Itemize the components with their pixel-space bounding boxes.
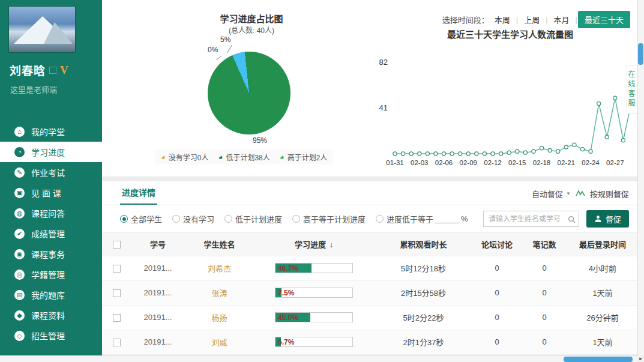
sidebar-item-study-progress[interactable]: ◔学习进度: [0, 142, 102, 162]
progress-value: 46.7%: [278, 264, 298, 273]
row-checkbox[interactable]: [113, 339, 121, 346]
auto-remind-dropdown[interactable]: 自动督促 ▼: [532, 188, 571, 199]
sidebar-item-label: 学习进度: [31, 146, 65, 158]
course-qa-icon: ◍: [14, 208, 25, 219]
data-point: [401, 152, 405, 155]
vip-badge: V: [60, 64, 68, 77]
auto-remind-label: 自动督促: [532, 188, 563, 199]
watch-time-cell: 5时12分18秒: [374, 256, 473, 280]
tab-bar: 进度详情 自动督促 ▼ 按规则督促: [102, 181, 637, 205]
sidebar-item-enrollment[interactable]: ◇招生管理: [0, 325, 102, 346]
remind-button[interactable]: 督促: [586, 210, 629, 228]
filter-radio-4[interactable]: 高于等于计划进度: [292, 213, 366, 225]
sidebar-item-label: 招生管理: [31, 330, 65, 342]
x-axis-label: 02-21: [558, 159, 575, 166]
data-point: [466, 152, 470, 155]
chevron-down-icon: ▼: [566, 191, 571, 196]
notes-count-cell: 0: [521, 330, 568, 354]
radio-icon: [172, 215, 180, 223]
filter-radio-2[interactable]: 没有学习: [172, 213, 214, 225]
horizontal-scrollbar[interactable]: [0, 355, 637, 362]
sidebar-item-meeting-class[interactable]: ▣见 面 课: [0, 183, 102, 203]
option-separator: |: [516, 15, 518, 24]
y-axis-label: 82: [379, 58, 388, 67]
vertical-scrollbar-thumb[interactable]: [638, 43, 643, 65]
percent-threshold-input[interactable]: [435, 215, 459, 223]
sidebar-item-label: 我的学堂: [31, 125, 65, 137]
table-row: 20191...刘希杰46.7%5时12分18秒004小时前: [102, 256, 637, 280]
notes-count-cell: 0: [521, 280, 568, 305]
rule-remind-link[interactable]: 按规则督促: [590, 188, 629, 199]
sidebar-item-course-qa[interactable]: ◍课程问答: [0, 203, 102, 223]
y-axis-label: 41: [379, 103, 388, 112]
pie-chart-title: 学习进度占比图: [173, 12, 330, 25]
radio-icon: [376, 215, 384, 223]
data-point: [556, 149, 560, 153]
data-point: [605, 135, 609, 139]
x-axis-label: 02-18: [533, 159, 550, 166]
filter-radios: 全部学生没有学习低于计划进度高于等于计划进度进度低于等于%: [120, 213, 478, 225]
sidebar-item-course-affairs[interactable]: ◉课程事务: [0, 244, 102, 264]
table-header: 学号学生姓名学习进度↓累积观看时长论坛讨论笔记数最后登录时间: [102, 233, 637, 256]
search-box: [483, 211, 579, 227]
x-axis-label: 02-09: [460, 159, 477, 166]
column-label: 论坛讨论: [481, 240, 513, 249]
column-header-2[interactable]: 学习进度↓: [254, 233, 374, 256]
student-name-link[interactable]: 刘威: [211, 338, 227, 347]
sidebar-item-student-roster[interactable]: ◎学籍管理: [0, 264, 102, 285]
watch-time-cell: 2时1分37秒: [374, 330, 473, 354]
scroll-right-arrow[interactable]: ▸: [637, 355, 644, 362]
vertical-scrollbar[interactable]: [637, 0, 644, 355]
time-option-4[interactable]: 最近三十天: [578, 11, 630, 28]
x-axis-label: 02-03: [411, 159, 428, 166]
column-label: 学号: [150, 240, 166, 249]
time-option-1[interactable]: 本周: [489, 12, 516, 27]
student-name-link[interactable]: 张涛: [211, 289, 227, 298]
filter-radio-1[interactable]: 全部学生: [120, 213, 162, 225]
time-range-selector: 选择时间段： 本周|上周|本月|最近三十天: [442, 11, 630, 28]
time-option-2[interactable]: 上周: [519, 12, 545, 27]
student-name-cell: 张涛: [185, 280, 254, 305]
watch-time-cell: 2时15分58秒: [374, 280, 473, 305]
time-option-3[interactable]: 本月: [549, 12, 575, 27]
data-point: [540, 146, 543, 150]
sidebar-item-grade-management[interactable]: ✔成绩管理: [0, 223, 102, 244]
table-body: 20191...刘希杰46.7%5时12分18秒004小时前20191...张涛…: [102, 256, 637, 354]
avatar: [8, 6, 76, 53]
rule-remind-icon: [576, 190, 585, 197]
search-icon[interactable]: [568, 215, 576, 226]
data-point: [499, 152, 503, 155]
legend-label: 低于计划38人: [226, 152, 269, 162]
row-checkbox[interactable]: [113, 265, 121, 273]
forum-count-cell: 0: [473, 305, 521, 330]
column-label: 最后登录时间: [579, 240, 626, 249]
progress-bar: 46.7%: [275, 263, 353, 273]
data-point: [548, 148, 552, 152]
sidebar-item-course-materials[interactable]: ◆课程资料: [0, 305, 102, 325]
data-point: [507, 151, 511, 154]
search-input[interactable]: [483, 211, 579, 227]
x-axis-label: 01-31: [386, 159, 403, 166]
filter-radio-3[interactable]: 低于计划进度: [224, 213, 282, 225]
column-label: 累积观看时长: [400, 240, 447, 249]
pie-leader-line: [227, 45, 232, 53]
sidebar-item-my-school[interactable]: ⌂我的学堂: [0, 121, 102, 142]
sidebar-item-homework-exam[interactable]: ✎作业考试: [0, 162, 102, 183]
header-row: 学号学生姓名学习进度↓累积观看时长论坛讨论笔记数最后登录时间: [102, 233, 637, 256]
data-point: [516, 149, 519, 153]
row-checkbox[interactable]: [113, 289, 121, 297]
data-point: [564, 145, 568, 149]
row-checkbox[interactable]: [113, 314, 121, 322]
tab-progress-detail[interactable]: 进度详情: [120, 181, 157, 205]
online-service-tab[interactable]: 在线客服: [627, 65, 637, 114]
student-name-link[interactable]: 杨扬: [211, 313, 227, 322]
progress-value: 7.5%: [278, 289, 294, 297]
data-point: [450, 152, 454, 155]
progress-cell: 45.0%: [254, 305, 374, 330]
select-all-checkbox[interactable]: [113, 241, 121, 249]
filter-radio-5[interactable]: 进度低于等于%: [376, 213, 468, 225]
data-point: [613, 96, 617, 100]
student-name-link[interactable]: 刘希杰: [208, 264, 231, 273]
sidebar-item-question-bank[interactable]: ▤我的题库: [0, 285, 102, 305]
horizontal-scrollbar-thumb[interactable]: [564, 357, 633, 362]
